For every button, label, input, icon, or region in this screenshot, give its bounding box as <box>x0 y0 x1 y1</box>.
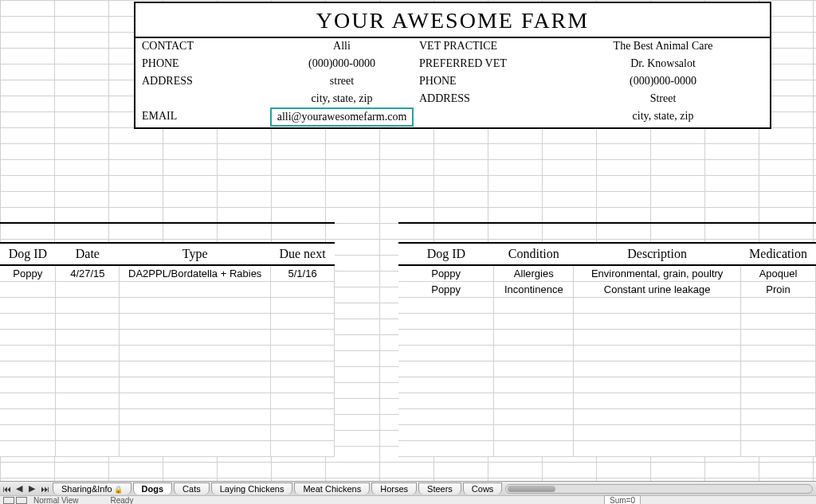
sheet-tab-cats[interactable]: Cats <box>174 483 210 494</box>
label-vet-phone: PHONE <box>413 73 555 91</box>
sheet-tab-dogs[interactable]: Dogs <box>133 483 173 494</box>
divider-line-left <box>0 222 335 224</box>
table-row[interactable]: Poppy 4/27/15 DA2PPL/Bordatella + Rabies… <box>0 265 335 282</box>
label-phone: PHONE <box>135 56 271 73</box>
value-phone[interactable]: (000)000-0000 <box>271 56 413 73</box>
tab-nav-last-icon[interactable]: ⏭ <box>38 483 51 495</box>
value-vet-phone[interactable]: (000)000-0000 <box>555 73 771 91</box>
section-headers: regular IMMUNIZATIONS & DEWORMING known … <box>0 211 816 241</box>
col-due-next: Due next <box>271 243 335 265</box>
cell-dog-id[interactable]: Poppy <box>398 282 494 298</box>
label-email: EMAIL <box>135 108 271 126</box>
value-csz[interactable]: city, state, zip <box>271 91 413 108</box>
table-row[interactable]: Poppy Incontinence Constant urine leakag… <box>398 282 816 298</box>
table-row[interactable] <box>0 409 335 425</box>
table-row[interactable] <box>398 409 816 425</box>
col-description: Description <box>574 243 741 265</box>
table-row[interactable] <box>398 425 816 441</box>
horizontal-scrollbar[interactable] <box>505 484 813 494</box>
table-row[interactable] <box>0 361 335 377</box>
tab-nav-prev-icon[interactable]: ◀ <box>13 483 26 495</box>
label-preferred-vet: PREFERRED VET <box>413 56 555 73</box>
table-row[interactable] <box>0 393 335 409</box>
view-mode-label: Normal View <box>33 496 79 505</box>
cell-dog-id[interactable]: Poppy <box>398 265 494 282</box>
farm-title: YOUR AWESOME FARM <box>134 2 771 37</box>
divider-line-right <box>398 222 816 224</box>
selected-cell-email[interactable]: alli@yourawesomefarm.com <box>270 107 414 127</box>
cell-description[interactable]: Environmental, grain, poultry <box>574 265 741 282</box>
col-date: Date <box>56 243 120 265</box>
table-row[interactable] <box>0 314 335 330</box>
table-row[interactable]: Poppy Allergies Environmental, grain, po… <box>398 265 816 282</box>
sheet-tab-laying-chickens[interactable]: Laying Chickens <box>211 483 293 494</box>
table-row[interactable] <box>0 346 335 361</box>
label-blank <box>135 91 271 108</box>
sheet-tab-sharing-info[interactable]: Sharing&Info🔒 <box>53 483 131 494</box>
table-row[interactable] <box>0 441 335 457</box>
table-row[interactable] <box>398 330 816 346</box>
col-dog-id: Dog ID <box>0 243 56 265</box>
sheet-tab-bar: ⏮ ◀ ▶ ⏭ Sharing&Info🔒DogsCatsLaying Chic… <box>0 481 816 495</box>
table-row[interactable] <box>398 346 816 361</box>
table-row[interactable] <box>398 441 816 457</box>
cell-date[interactable]: 4/27/15 <box>56 265 120 282</box>
table-row[interactable] <box>398 377 816 393</box>
label-blank2 <box>413 108 555 126</box>
table-row[interactable] <box>0 298 335 314</box>
view-layout-icon[interactable] <box>16 497 27 504</box>
table-row[interactable] <box>398 298 816 314</box>
tab-nav-next-icon[interactable]: ▶ <box>26 483 38 495</box>
sum-label: Sum=0 <box>604 495 641 505</box>
label-contact: CONTACT <box>135 38 271 56</box>
cell-dog-id[interactable]: Poppy <box>0 265 56 282</box>
col-medication: Medication <box>740 243 815 265</box>
table-row[interactable] <box>398 393 816 409</box>
scrollbar-thumb[interactable] <box>508 486 555 492</box>
cell-medication[interactable]: Apoquel <box>740 265 815 282</box>
table-row[interactable] <box>0 377 335 393</box>
sheet-tab-cows[interactable]: Cows <box>463 483 503 494</box>
lock-icon: 🔒 <box>114 486 123 494</box>
cell-condition[interactable]: Allergies <box>494 265 574 282</box>
value-vet-street[interactable]: Street <box>555 91 771 108</box>
immunizations-table[interactable]: Dog ID Date Type Due next Poppy 4/27/15 … <box>0 242 335 457</box>
value-preferred-vet[interactable]: Dr. Knowsalot <box>555 56 771 73</box>
cell-due[interactable]: 5/1/16 <box>271 265 335 282</box>
table-row[interactable] <box>398 314 816 330</box>
value-vet-practice[interactable]: The Best Animal Care <box>555 38 771 56</box>
cell-medication[interactable]: Proin <box>740 282 815 298</box>
label-vet-practice: VET PRACTICE <box>413 38 555 56</box>
table-row[interactable] <box>398 361 816 377</box>
cell-condition[interactable]: Incontinence <box>494 282 574 298</box>
status-bar: Normal View Ready Sum=0 <box>0 495 816 504</box>
table-row[interactable] <box>0 330 335 346</box>
value-vet-csz[interactable]: city, state, zip <box>555 108 771 126</box>
conditions-table[interactable]: Dog ID Condition Description Medication … <box>398 242 816 457</box>
table-row[interactable] <box>0 282 335 298</box>
tab-nav-first-icon[interactable]: ⏮ <box>0 483 13 495</box>
cell-description[interactable]: Constant urine leakage <box>574 282 741 298</box>
sheet-tab-horses[interactable]: Horses <box>371 483 417 494</box>
ready-label: Ready <box>111 496 134 505</box>
col-dog-id: Dog ID <box>398 243 494 265</box>
value-street[interactable]: street <box>271 73 413 91</box>
contact-info-box: CONTACT Alli VET PRACTICE The Best Anima… <box>134 37 771 129</box>
col-condition: Condition <box>494 243 574 265</box>
value-contact[interactable]: Alli <box>271 38 413 56</box>
label-address: ADDRESS <box>135 73 271 91</box>
sheet-tab-steers[interactable]: Steers <box>418 483 461 494</box>
spreadsheet-area[interactable]: YOUR AWESOME FARM CONTACT Alli VET PRACT… <box>0 0 816 481</box>
view-grid-icon[interactable] <box>3 497 14 504</box>
cell-type[interactable]: DA2PPL/Bordatella + Rabies <box>120 265 271 282</box>
sheet-tab-meat-chickens[interactable]: Meat Chickens <box>294 483 370 494</box>
label-vet-address: ADDRESS <box>413 91 555 108</box>
table-row[interactable] <box>0 425 335 441</box>
col-type: Type <box>120 243 271 265</box>
